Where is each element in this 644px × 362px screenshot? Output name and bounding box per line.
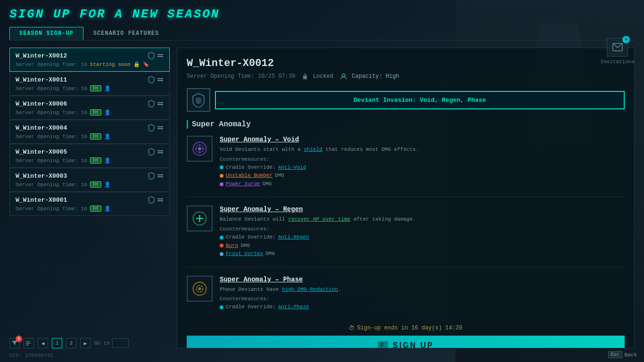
server-meta: Server Opening Time: 10 On 👤	[16, 109, 164, 115]
svg-rect-14	[26, 341, 30, 342]
goto-section: Go to	[94, 338, 129, 348]
server-icons	[148, 148, 164, 156]
tab-season-signup[interactable]: SEASON SIGN-UP	[9, 27, 83, 40]
countermeasure-item: Cradle Override: Anti-Void	[220, 164, 419, 172]
server-status-on: On	[90, 109, 101, 115]
anomaly-phase-content: Super Anomaly – Phase Phase Deviants hav…	[220, 276, 341, 312]
server-name: W_Winter-X0006	[16, 100, 67, 107]
detail-meta: Server Opening Time: 10/25 07:30 Locked …	[187, 73, 625, 80]
countermeasures-label: Countermeasures:	[220, 156, 419, 162]
svg-rect-1	[157, 56, 163, 57]
void-symbol	[191, 140, 208, 157]
anomaly-phase-item: Super Anomaly – Phase Phase Deviants hav…	[187, 276, 625, 320]
svg-rect-4	[157, 102, 163, 103]
person-icon: 👤	[104, 85, 111, 91]
bullet-icon	[220, 174, 223, 178]
signup-btn-label: SIGN UP	[393, 341, 434, 348]
countermeasure-item: Power Surge DMG	[220, 180, 419, 189]
svg-rect-17	[303, 76, 307, 79]
bullet-icon	[220, 305, 223, 309]
countermeasure-item: Burn DMG	[220, 242, 416, 250]
server-open-time: Server Opening Time: 10	[16, 134, 87, 140]
esc-key: Esc	[608, 351, 622, 358]
svg-rect-0	[157, 54, 163, 55]
detail-panel[interactable]: W_Winter-X0012 Server Opening Time: 10/2…	[177, 48, 635, 348]
countermeasures-label: Countermeasures:	[220, 226, 416, 232]
server-status-on: On	[90, 157, 101, 164]
anomaly-void-content: Super Anomaly – Void Void Deviants start…	[220, 136, 419, 188]
f-key-label: F	[378, 341, 388, 348]
back-button[interactable]: Esc Back	[608, 351, 637, 358]
countermeasures-label: Countermeasures:	[220, 296, 341, 302]
server-list-panel: W_Winter-X0012 Server Opening Time: 10 S…	[9, 48, 170, 348]
server-icons	[148, 52, 164, 59]
swap-icon	[157, 173, 164, 179]
server-meta: Server Opening Time: 10 Starting soon 🔒 …	[16, 61, 164, 67]
server-item[interactable]: W_Winter-X0005 Server Opening Time: 10 O…	[9, 144, 170, 168]
signup-section: ⏱ Sign-up ends in 16 day(s) 14:20 F SIGN…	[187, 325, 625, 348]
svg-point-29	[198, 287, 201, 290]
feature-invasion-button[interactable]: Deviant Invasion: Void, Regen, Phase	[215, 91, 625, 109]
server-open-time: Server Opening Time: 10	[16, 62, 87, 67]
next-page-button[interactable]: ▶	[80, 338, 91, 348]
prev-page-button[interactable]: ◀	[38, 338, 48, 348]
server-list-scroll[interactable]: W_Winter-X0012 Server Opening Time: 10 S…	[9, 48, 170, 333]
feature-shield-icon	[187, 88, 210, 112]
swap-icon	[157, 52, 164, 59]
anomaly-phase-title: Super Anomaly – Phase	[220, 276, 341, 283]
server-item-header: W_Winter-X0003	[16, 172, 164, 180]
server-item[interactable]: W_Winter-X0012 Server Opening Time: 10 S…	[9, 48, 170, 72]
shield-detail-icon	[191, 92, 206, 107]
shield-icon	[148, 124, 155, 132]
swap-icon	[157, 124, 164, 131]
tab-scenario-features[interactable]: SCENARIO FEATURES	[83, 27, 169, 40]
invitations-icon[interactable]: +	[607, 38, 628, 57]
page-1-button[interactable]: 1	[52, 338, 62, 348]
lock-icon	[302, 73, 308, 80]
server-item[interactable]: W_Winter-X0011 Server Opening Time: 10 O…	[9, 72, 170, 96]
server-open-time: Server Opening Time: 10	[16, 206, 87, 212]
svg-rect-8	[157, 150, 163, 151]
server-icons	[148, 196, 164, 204]
sort-button[interactable]	[24, 338, 34, 348]
timer-icon: ⏱	[349, 325, 355, 332]
server-icons	[148, 124, 164, 132]
anomaly-section-title: Super Anomaly	[187, 120, 625, 129]
goto-input[interactable]	[112, 338, 129, 348]
filter-button[interactable]: 6	[9, 338, 20, 348]
svg-rect-13	[157, 200, 163, 201]
anomaly-phase-icon	[187, 276, 213, 302]
svg-point-18	[342, 74, 345, 77]
server-icons	[148, 76, 164, 83]
capacity-badge: Capacity: High	[340, 73, 399, 80]
server-item[interactable]: W_Winter-X0004 Server Opening Time: 10 O…	[9, 120, 170, 144]
server-meta: Server Opening Time: 10 On 👤	[16, 181, 164, 188]
lock-icon: 🔒	[133, 61, 140, 67]
server-meta: Server Opening Time: 10 On 👤	[16, 206, 164, 212]
bullet-icon	[220, 182, 223, 186]
tabs-bar: SEASON SIGN-UP SCENARIO FEATURES	[9, 27, 635, 41]
svg-rect-15	[26, 343, 31, 344]
server-item[interactable]: W_Winter-X0001 Server Opening Time: 10 O…	[9, 192, 170, 216]
countermeasure-item: Unstable Bomber DMG	[220, 172, 419, 180]
invite-badge: +	[622, 36, 630, 43]
swap-icon	[157, 148, 164, 155]
server-name: W_Winter-X0012	[16, 52, 67, 59]
countermeasure-item: Cradle Override: Anti-Regen	[220, 233, 416, 242]
anomaly-void-item: Super Anomaly – Void Void Deviants start…	[187, 136, 625, 197]
server-item[interactable]: W_Winter-X0003 Server Opening Time: 10 O…	[9, 168, 170, 192]
svg-rect-2	[157, 78, 163, 79]
signup-timer: ⏱ Sign-up ends in 16 day(s) 14:20	[187, 325, 625, 332]
swap-icon	[157, 76, 164, 83]
svg-rect-3	[157, 80, 163, 81]
signup-button[interactable]: F SIGN UP	[187, 336, 625, 348]
svg-rect-7	[157, 128, 163, 129]
server-open-time: Server Opening Time: 10	[16, 86, 87, 91]
invitations-panel: + Invitations	[600, 38, 635, 65]
shield-icon	[148, 76, 155, 83]
shield-icon	[148, 172, 155, 180]
svg-rect-5	[157, 104, 163, 105]
page-2-button[interactable]: 2	[66, 338, 76, 348]
anomaly-void-title: Super Anomaly – Void	[220, 136, 419, 143]
server-item[interactable]: W_Winter-X0006 Server Opening Time: 10 O…	[9, 96, 170, 120]
